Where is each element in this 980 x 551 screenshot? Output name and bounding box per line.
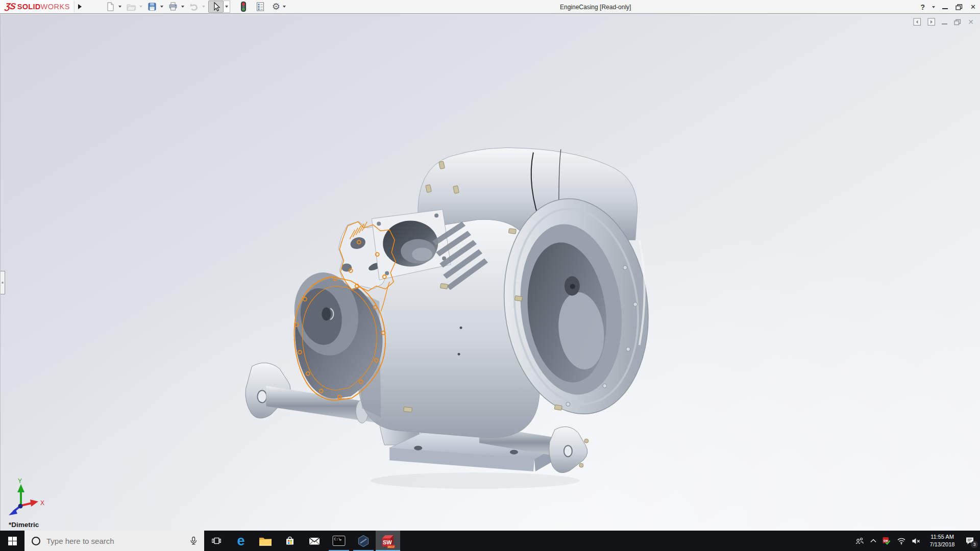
select-dropdown-caret <box>225 6 228 8</box>
hidden-icons-chevron[interactable] <box>870 538 877 544</box>
start-button[interactable] <box>0 531 24 551</box>
save-dropdown-caret[interactable] <box>160 6 163 8</box>
cortana-icon <box>32 537 40 545</box>
solidworks-cube-icon: SW 2017 <box>380 533 396 548</box>
solidworks-status-icon[interactable]: SW <box>883 537 891 545</box>
minimize-button[interactable] <box>942 8 948 9</box>
model-shadow <box>371 472 580 489</box>
select-dropdown[interactable] <box>224 1 230 13</box>
taskbar-clock[interactable]: 11:55 AM 7/13/2018 <box>926 533 958 548</box>
gear-icon: ⚙ <box>272 1 280 12</box>
minimize-document-button[interactable] <box>942 23 947 24</box>
view-orientation-label: *Dimetric <box>9 521 39 529</box>
notification-badge: 3 <box>971 541 978 548</box>
file-properties-button[interactable] <box>254 1 267 13</box>
expand-menu-button[interactable] <box>74 1 85 12</box>
rebuild-traffic-light-icon <box>237 1 249 12</box>
mail-icon <box>309 537 320 545</box>
brand-solid: SOLID <box>17 3 41 11</box>
hexagon-app-icon <box>357 535 370 547</box>
undo-icon <box>188 1 200 12</box>
file-explorer-icon <box>259 536 272 546</box>
edge-icon: e <box>237 534 244 548</box>
new-dropdown-caret[interactable] <box>118 6 121 8</box>
save-floppy-icon <box>146 1 158 12</box>
undo-dropdown-caret <box>202 6 205 8</box>
command-prompt-icon: C:\ <box>332 535 346 546</box>
system-tray: SW 11:55 AM 7/13/2018 3 <box>855 531 980 551</box>
svg-text:C:\: C:\ <box>334 537 341 541</box>
title-bar: ƷS SOLIDWORKS <box>0 0 980 14</box>
undo-button <box>187 1 201 13</box>
volume-muted-icon[interactable] <box>912 537 921 545</box>
solidworks-logo: ƷS SOLIDWORKS <box>0 0 73 13</box>
select-button[interactable] <box>208 1 224 13</box>
open-button[interactable] <box>125 1 138 13</box>
close-button[interactable]: ✕ <box>970 3 976 11</box>
task-view-button[interactable] <box>204 531 229 551</box>
command-prompt-button[interactable]: C:\ <box>327 531 351 551</box>
pane-splitter-handle[interactable] <box>1 271 5 294</box>
store-button[interactable] <box>278 531 302 551</box>
wifi-icon[interactable] <box>897 537 906 545</box>
file-explorer-button[interactable] <box>253 531 278 551</box>
window-title: EngineCasing [Read-only] <box>560 4 631 11</box>
new-document-icon <box>105 1 116 12</box>
mail-button[interactable] <box>302 531 327 551</box>
expand-arrow-icon <box>78 4 82 9</box>
edge-button[interactable]: e <box>229 531 253 551</box>
restore-button[interactable] <box>955 4 963 11</box>
brand-works: WORKS <box>41 3 70 11</box>
new-document-button[interactable] <box>104 1 117 13</box>
open-folder-icon <box>126 1 137 12</box>
action-center-button[interactable]: 3 <box>964 535 976 547</box>
options-dropdown-caret[interactable] <box>283 6 286 8</box>
task-view-icon <box>212 537 221 545</box>
svg-text:SW: SW <box>884 539 889 542</box>
file-properties-icon <box>255 1 266 12</box>
quick-access-toolbar: ⚙ <box>104 1 289 13</box>
graphics-area[interactable]: ✕ Y X *Dimetric <box>0 14 980 531</box>
triad-y-label: Y <box>18 478 22 485</box>
window-controls: ? ✕ <box>921 0 976 14</box>
solidworks-tool-button[interactable] <box>351 531 376 551</box>
taskbar-search[interactable] <box>24 531 204 551</box>
engine-casing-model[interactable] <box>1 14 980 531</box>
search-input[interactable] <box>46 537 189 545</box>
tray-time: 11:55 AM <box>926 533 958 541</box>
store-icon <box>285 536 295 546</box>
print-icon <box>167 1 179 12</box>
help-dropdown-caret[interactable] <box>932 6 935 8</box>
svg-text:SW: SW <box>383 539 392 545</box>
rebuild-button[interactable] <box>236 1 250 13</box>
previous-pane-button[interactable] <box>913 18 921 26</box>
options-button[interactable]: ⚙ <box>271 1 281 13</box>
splitter-dot-icon <box>2 282 4 284</box>
print-button[interactable] <box>166 1 180 13</box>
print-dropdown-caret[interactable] <box>181 6 184 8</box>
help-button[interactable]: ? <box>921 3 925 11</box>
microphone-icon[interactable] <box>189 536 198 545</box>
next-pane-button[interactable] <box>927 18 936 26</box>
close-document-button[interactable]: ✕ <box>968 18 974 26</box>
ds-logo-icon: ƷS <box>5 2 16 12</box>
restore-document-button[interactable] <box>953 18 962 26</box>
orientation-triad: Y X <box>2 476 50 522</box>
people-icon[interactable] <box>855 537 864 545</box>
windows-logo-icon <box>8 537 17 545</box>
open-dropdown-caret <box>139 6 142 8</box>
save-button[interactable] <box>145 1 159 13</box>
triad-x-label: X <box>40 499 44 507</box>
windows-taskbar: e C:\ <box>0 531 980 551</box>
document-window-controls: ✕ <box>913 18 974 26</box>
tray-date: 7/13/2018 <box>926 541 958 548</box>
solidworks-2017-button[interactable]: SW 2017 <box>376 531 400 551</box>
select-cursor-icon <box>210 1 222 12</box>
svg-text:2017: 2017 <box>388 545 395 548</box>
